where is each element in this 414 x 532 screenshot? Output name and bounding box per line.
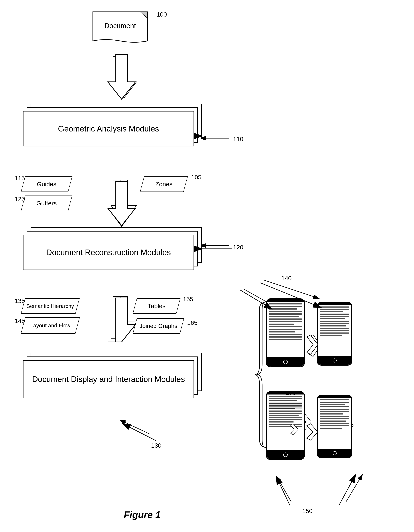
gutters-label: Gutters xyxy=(36,200,57,207)
svg-line-27 xyxy=(123,424,156,440)
label-145: 145 xyxy=(15,317,25,324)
svg-marker-22 xyxy=(108,55,136,99)
svg-marker-4 xyxy=(111,296,137,338)
geo-module-box: Geometric Analysis Modules xyxy=(23,111,194,146)
joined-graphs-label: Joined Graphs xyxy=(139,323,177,329)
display-module-box: Document Display and Interaction Modules xyxy=(23,360,194,398)
label-100: 100 xyxy=(157,11,167,18)
tables-shape: Tables xyxy=(133,298,181,314)
label-115: 115 xyxy=(15,175,25,182)
gutters-shape: Gutters xyxy=(21,196,72,211)
label-155: 155 xyxy=(183,295,193,303)
svg-line-12 xyxy=(264,280,319,298)
layout-label: Layout and Flow xyxy=(30,323,70,329)
diagram-container: Document 100 Geometric Analysis Modules … xyxy=(0,0,414,532)
tables-label: Tables xyxy=(148,303,166,310)
document-shape: Document xyxy=(89,10,151,49)
label-150: 150 xyxy=(302,507,313,514)
label-165: 165 xyxy=(187,319,197,326)
label-120: 120 xyxy=(233,244,243,251)
label-125: 125 xyxy=(15,196,25,203)
label-110: 110 xyxy=(233,135,243,142)
zones-label: Zones xyxy=(155,180,173,188)
mobile-top-left xyxy=(266,298,305,367)
joined-graphs-shape: Joined Graphs xyxy=(133,318,184,334)
svg-line-15 xyxy=(277,476,291,502)
svg-marker-6 xyxy=(109,183,134,227)
recon-module-box: Document Reconstruction Modules xyxy=(23,235,194,270)
svg-marker-31 xyxy=(307,424,318,440)
display-module-label: Document Display and Interaction Modules xyxy=(27,375,190,384)
guides-shape: Guides xyxy=(21,176,72,192)
zones-shape: Zones xyxy=(140,176,188,192)
label-135: 135 xyxy=(15,297,25,304)
label-105: 105 xyxy=(191,174,202,181)
mobile-bottom-left xyxy=(266,391,305,460)
svg-line-16 xyxy=(346,475,362,502)
svg-marker-3 xyxy=(111,180,137,222)
guides-label: Guides xyxy=(37,180,56,188)
svg-text:Document: Document xyxy=(104,22,136,30)
geo-module-label: Geometric Analysis Modules xyxy=(58,124,159,133)
label-170: 170 xyxy=(286,389,296,396)
svg-marker-23 xyxy=(108,181,136,226)
layout-shape: Layout and Flow xyxy=(21,317,80,334)
svg-marker-7 xyxy=(109,298,134,342)
svg-marker-30 xyxy=(307,335,318,354)
label-140: 140 xyxy=(281,275,292,282)
semantic-label: Semantic Hierarchy xyxy=(26,303,74,309)
label-130: 130 xyxy=(151,442,161,449)
svg-marker-5 xyxy=(109,56,134,99)
svg-marker-24 xyxy=(108,298,136,342)
svg-line-34 xyxy=(339,475,355,505)
semantic-shape: Semantic Hierarchy xyxy=(21,298,80,314)
svg-line-33 xyxy=(276,477,290,505)
svg-marker-2 xyxy=(111,56,137,98)
mobile-top-right xyxy=(317,302,352,366)
mobile-bottom-right xyxy=(317,395,352,458)
figure-caption: Figure 1 xyxy=(124,509,161,520)
svg-line-10 xyxy=(120,420,149,434)
recon-module-label: Document Reconstruction Modules xyxy=(46,248,171,257)
